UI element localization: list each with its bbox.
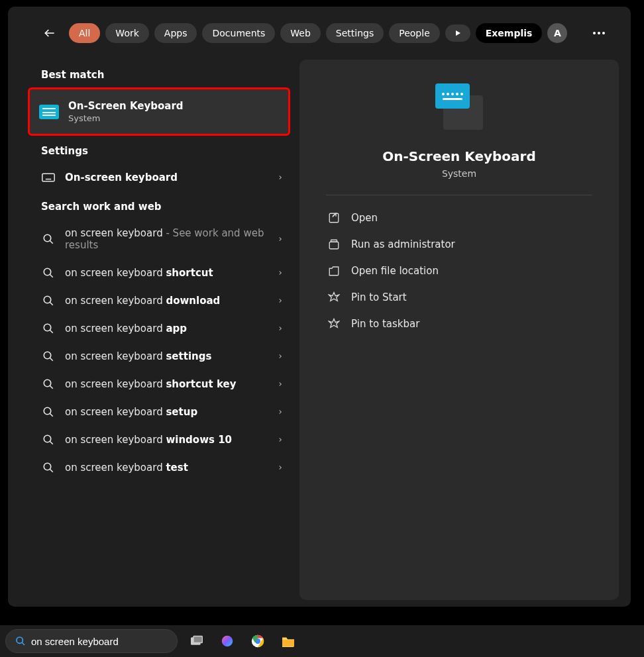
org-pill[interactable]: Exemplis [476,23,543,43]
preview-title: On-Screen Keyboard [326,148,592,164]
taskbar-search[interactable] [5,629,178,653]
action-icon [327,264,341,278]
svg-point-8 [44,234,51,242]
svg-point-30 [17,637,23,643]
action-label: Open file location [351,265,439,277]
copilot-button[interactable] [216,630,239,652]
filter-media[interactable] [445,25,470,42]
filter-bar: AllWorkAppsDocumentsWebSettingsPeople Ex… [8,7,631,53]
svg-line-9 [50,240,53,244]
suggestion-label: on screen keyboard test [65,462,268,474]
preview-action[interactable]: Pin to taskbar [326,311,592,337]
arrow-left-icon [43,26,56,40]
filter-work[interactable]: Work [105,23,148,43]
chevron-right-icon [277,407,284,417]
chevron-right-icon [277,352,284,361]
taskbar-search-input[interactable] [31,636,168,647]
filter-web[interactable]: Web [280,23,321,43]
action-icon [327,211,341,225]
task-view-button[interactable] [186,630,208,652]
filter-apps[interactable]: Apps [154,23,197,43]
filter-documents[interactable]: Documents [202,23,275,43]
chevron-right-icon [277,268,284,278]
preview-action[interactable]: Open [326,205,592,231]
suggestion-row[interactable]: on screen keyboard shortcut [32,259,293,287]
filter-all[interactable]: All [69,23,100,43]
preview-action[interactable]: Run as administrator [326,231,592,258]
more-button[interactable] [587,21,611,45]
filter-settings[interactable]: Settings [326,23,384,43]
chrome-icon [250,634,265,648]
suggestion-row[interactable]: on screen keyboard windows 10 [32,426,293,454]
svg-line-25 [50,469,53,472]
suggestion-row[interactable]: on screen keyboard setup [32,398,293,426]
svg-line-19 [50,385,53,389]
svg-line-27 [333,213,336,217]
svg-rect-29 [331,240,337,242]
suggestion-row[interactable]: on screen keyboard settings [32,342,293,370]
action-label: Open [351,212,378,224]
start-search-panel: AllWorkAppsDocumentsWebSettingsPeople Ex… [8,7,631,607]
taskbar [0,625,644,657]
preview-action[interactable]: Pin to Start [326,284,592,311]
search-icon [41,406,56,418]
keyboard-icon [39,105,59,119]
play-icon [454,29,462,37]
chevron-right-icon [277,463,284,472]
keyboard-outline-icon [41,173,56,182]
chevron-right-icon [277,234,284,244]
settings-result[interactable]: On-screen keyboard [32,164,293,191]
search-icon [41,323,56,334]
account-avatar[interactable]: A [547,23,567,43]
best-match-subtitle: System [68,113,184,123]
preview-action[interactable]: Open file location [326,258,592,284]
svg-point-20 [44,407,51,415]
best-match-result[interactable]: On-Screen Keyboard System [28,87,290,136]
svg-rect-33 [193,636,202,643]
search-icon [41,295,56,307]
search-icon [41,350,56,362]
suggestion-row[interactable]: on screen keyboard test [32,454,293,481]
preview-pane: On-Screen Keyboard System OpenRun as adm… [299,60,619,600]
chevron-right-icon [277,296,284,305]
svg-line-17 [50,358,53,361]
svg-marker-1 [456,30,460,36]
suggestion-row[interactable]: on screen keyboard - See work and web re… [32,219,293,259]
action-icon [327,291,341,304]
svg-rect-37 [282,640,294,646]
chrome-button[interactable] [246,630,269,652]
svg-point-18 [44,379,51,387]
action-icon [327,317,341,330]
suggestion-label: on screen keyboard settings [65,350,268,362]
suggestion-row[interactable]: on screen keyboard shortcut key [32,370,293,398]
suggestion-label: on screen keyboard - See work and web re… [65,227,268,251]
svg-rect-2 [42,174,54,181]
section-best-match: Best match [41,69,286,81]
search-icon [41,434,56,446]
svg-line-13 [50,302,53,305]
best-match-title: On-Screen Keyboard [68,100,184,112]
explorer-button[interactable] [277,630,299,652]
filter-people[interactable]: People [389,23,440,43]
suggestion-row[interactable]: on screen keyboard app [32,315,293,342]
suggestion-label: on screen keyboard setup [65,406,268,418]
svg-line-21 [50,413,53,417]
svg-point-24 [44,463,51,470]
chevron-right-icon [277,324,284,333]
section-settings: Settings [41,145,286,157]
suggestion-label: on screen keyboard windows 10 [65,434,268,446]
suggestion-row[interactable]: on screen keyboard download [32,287,293,315]
chevron-right-icon [277,379,284,389]
preview-subtitle: System [326,168,592,179]
action-label: Run as administrator [351,238,455,250]
search-icon [15,636,26,646]
svg-line-31 [22,642,25,645]
back-button[interactable] [40,23,60,43]
svg-point-22 [44,435,51,442]
svg-point-34 [222,636,233,647]
settings-result-label: On-screen keyboard [65,172,178,183]
search-icon [41,462,56,474]
chevron-right-icon [277,435,284,444]
action-label: Pin to Start [351,291,407,303]
search-icon [41,378,56,390]
